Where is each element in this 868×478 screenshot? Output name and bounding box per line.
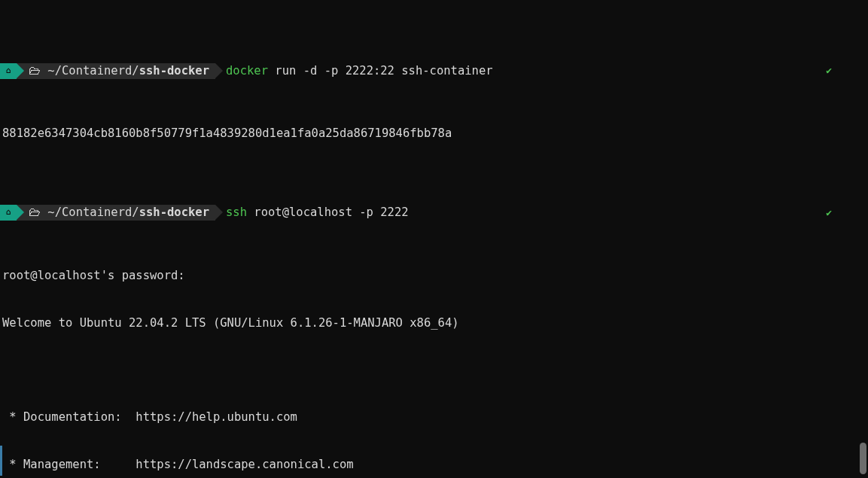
check-icon: ✔: [826, 64, 832, 78]
command-args: root@localhost -p 2222: [247, 205, 409, 221]
prompt-line-2: ⌂ 🗁 ~/Containerd/ssh-docker ssh root@loc…: [0, 205, 868, 221]
scrollbar-thumb[interactable]: [860, 443, 866, 474]
path-current-dir: ssh-docker: [139, 205, 209, 221]
home-icon: ⌂: [0, 63, 17, 79]
check-icon: ✔: [826, 206, 832, 220]
prompt-line-1: ⌂ 🗁 ~/Containerd/ssh-docker docker run -…: [0, 63, 868, 79]
command-name: docker: [226, 63, 268, 79]
path-current-dir: ssh-docker: [139, 63, 209, 79]
folder-icon: 🗁: [29, 205, 41, 221]
path-prefix: ~/Containerd/: [41, 63, 139, 79]
command-area: ssh root@localhost -p 2222: [215, 205, 409, 221]
output-line: [0, 363, 868, 379]
selection-bar: [0, 446, 2, 476]
command-area: docker run -d -p 2222:22 ssh-container: [215, 63, 493, 79]
prompt-path: 🗁 ~/Containerd/ssh-docker: [17, 205, 215, 221]
command-name: ssh: [226, 205, 247, 221]
output-line: * Documentation: https://help.ubuntu.com: [0, 409, 868, 425]
folder-icon: 🗁: [29, 63, 41, 79]
terminal[interactable]: ⌂ 🗁 ~/Containerd/ssh-docker docker run -…: [0, 0, 868, 478]
path-prefix: ~/Containerd/: [41, 205, 139, 221]
output-line: root@localhost's password:: [0, 268, 868, 284]
prompt-path: 🗁 ~/Containerd/ssh-docker: [17, 63, 215, 79]
home-icon: ⌂: [0, 205, 17, 221]
command-args: run -d -p 2222:22 ssh-container: [268, 63, 493, 79]
output-line: * Management: https://landscape.canonica…: [0, 457, 868, 473]
output-line: Welcome to Ubuntu 22.04.2 LTS (GNU/Linux…: [0, 315, 868, 331]
output-container-id: 88182e6347304cb8160b8f50779f1a4839280d1e…: [0, 126, 868, 142]
